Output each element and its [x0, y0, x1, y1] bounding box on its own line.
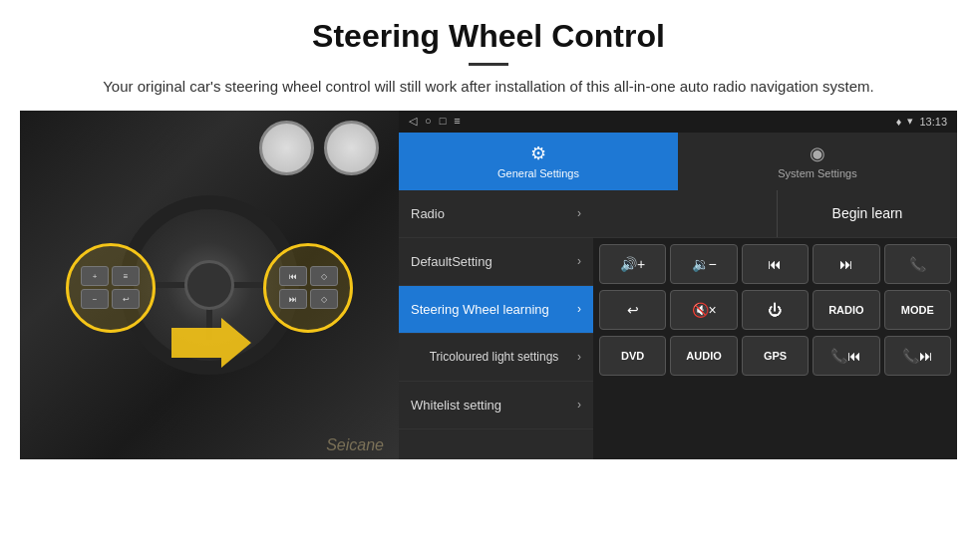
- phone-icon: 📞: [909, 256, 926, 272]
- tel-prev-icon: 📞⏮: [830, 348, 861, 364]
- page-title: Steering Wheel Control: [60, 18, 917, 55]
- mode-button[interactable]: MODE: [884, 290, 951, 330]
- clock: 13:13: [919, 116, 947, 128]
- status-bar-right: ♦ ▾ 13:13: [896, 115, 947, 128]
- radio-button[interactable]: RADIO: [813, 290, 879, 330]
- mini-btn-3: −: [81, 289, 109, 309]
- mute-icon: 🔇×: [692, 302, 717, 318]
- mini-btn-5: ⏮: [279, 266, 307, 286]
- main-content: + ≡ − ↩ ⏮ ◇ ⏭ ◇: [0, 111, 977, 459]
- prev-track-icon: ⏮: [768, 256, 782, 272]
- tab-system-label: System Settings: [778, 167, 856, 179]
- next-track-icon: ⏭: [839, 256, 853, 272]
- mini-btn-2: ≡: [112, 266, 140, 286]
- menu-item-radio[interactable]: Radio ›: [399, 190, 593, 238]
- mini-btn-7: ⏭: [279, 289, 307, 309]
- right-btn-grid: ⏮ ◇ ⏭ ◇: [279, 266, 338, 309]
- mini-btn-8: ◇: [310, 289, 338, 309]
- arrow-indicator: [171, 318, 251, 372]
- title-divider: [469, 63, 508, 66]
- status-bar: ◁ ○ □ ≡ ♦ ▾ 13:13: [399, 111, 957, 133]
- sw-center: [184, 260, 234, 310]
- menu-whitelist-label: Whitelist setting: [411, 398, 577, 413]
- right-panel: Begin learn 🔊+ 🔉− ⏮ ⏭: [593, 190, 957, 459]
- location-icon: ♦: [896, 116, 902, 128]
- dvd-label: DVD: [621, 350, 644, 362]
- mute-button[interactable]: 🔇×: [670, 290, 737, 330]
- prev-track-button[interactable]: ⏮: [742, 244, 809, 284]
- begin-learn-button[interactable]: Begin learn: [778, 190, 957, 237]
- menu-icon: ≡: [454, 115, 460, 128]
- signal-icon: ▾: [907, 115, 913, 128]
- dvd-button[interactable]: DVD: [599, 336, 666, 376]
- left-btn-grid: + ≡ − ↩: [81, 266, 140, 309]
- menu-tricoloured-label: Tricoloured light settings: [411, 350, 577, 364]
- gauge-left: [259, 121, 314, 175]
- back-icon: ◁: [409, 115, 417, 128]
- tel-prev-button[interactable]: 📞⏮: [813, 336, 879, 376]
- chevron-icon-tricoloured: ›: [577, 350, 581, 364]
- menu-item-default[interactable]: DefaultSetting ›: [399, 238, 593, 286]
- arrow-svg: [171, 318, 251, 368]
- next-track-button[interactable]: ⏭: [813, 244, 879, 284]
- menu-item-whitelist[interactable]: Whitelist setting ›: [399, 382, 593, 429]
- control-buttons-row2: ↩ 🔇× ⏻ RADIO MODE: [593, 290, 957, 336]
- watermark: Seicane: [326, 436, 384, 454]
- menu-steering-label: Steering Wheel learning: [411, 302, 577, 317]
- circle-left-highlight: + ≡ − ↩: [66, 243, 156, 333]
- mini-btn-6: ◇: [310, 266, 338, 286]
- empty-input-field: [593, 190, 778, 237]
- power-icon: ⏻: [768, 302, 782, 318]
- tel-next-icon: 📞⏭: [902, 348, 933, 364]
- content-area: Radio › DefaultSetting › Steering Wheel …: [399, 190, 957, 459]
- recents-icon: □: [440, 115, 447, 128]
- control-buttons-row1: 🔊+ 🔉− ⏮ ⏭ 📞: [593, 238, 957, 290]
- android-ui: ◁ ○ □ ≡ ♦ ▾ 13:13 ⚙ General Settings ◉ S…: [399, 111, 957, 459]
- hang-up-icon: ↩: [627, 302, 639, 318]
- control-buttons-row3: DVD AUDIO GPS 📞⏮ 📞⏭: [593, 336, 957, 382]
- tab-bar: ⚙ General Settings ◉ System Settings: [399, 133, 957, 190]
- chevron-icon-default: ›: [577, 254, 581, 268]
- chevron-icon-radio: ›: [577, 206, 581, 220]
- vol-up-icon: 🔊+: [620, 256, 645, 272]
- menu-item-tricoloured[interactable]: Tricoloured light settings ›: [399, 334, 593, 382]
- home-icon: ○: [425, 115, 432, 128]
- gps-button[interactable]: GPS: [742, 336, 809, 376]
- system-settings-icon: ◉: [810, 142, 825, 164]
- audio-button[interactable]: AUDIO: [670, 336, 737, 376]
- phone-button[interactable]: 📞: [884, 244, 951, 284]
- gps-label: GPS: [764, 350, 787, 362]
- power-button[interactable]: ⏻: [742, 290, 809, 330]
- general-settings-icon: ⚙: [530, 142, 546, 164]
- status-bar-left: ◁ ○ □ ≡: [409, 115, 461, 128]
- hang-up-button[interactable]: ↩: [599, 290, 666, 330]
- circle-right-highlight: ⏮ ◇ ⏭ ◇: [263, 243, 353, 333]
- car-background: + ≡ − ↩ ⏮ ◇ ⏭ ◇: [20, 111, 399, 459]
- tab-general[interactable]: ⚙ General Settings: [399, 133, 678, 190]
- menu-item-steering[interactable]: Steering Wheel learning ›: [399, 286, 593, 334]
- vol-up-button[interactable]: 🔊+: [599, 244, 666, 284]
- gauges: [259, 121, 379, 175]
- page-header: Steering Wheel Control Your original car…: [0, 0, 977, 111]
- tab-general-label: General Settings: [497, 167, 579, 179]
- chevron-icon-whitelist: ›: [577, 398, 581, 412]
- audio-label: AUDIO: [686, 350, 721, 362]
- menu-default-label: DefaultSetting: [411, 254, 577, 269]
- radio-btn-label: RADIO: [828, 304, 863, 316]
- mini-btn-4: ↩: [112, 289, 140, 309]
- begin-learn-row: Begin learn: [593, 190, 957, 238]
- car-image: + ≡ − ↩ ⏮ ◇ ⏭ ◇: [20, 111, 399, 459]
- chevron-icon-steering: ›: [577, 302, 581, 316]
- menu-radio-label: Radio: [411, 206, 577, 221]
- tel-next-button[interactable]: 📞⏭: [884, 336, 951, 376]
- mode-btn-label: MODE: [901, 304, 934, 316]
- left-menu: Radio › DefaultSetting › Steering Wheel …: [399, 190, 593, 459]
- vol-down-icon: 🔉−: [692, 256, 717, 272]
- svg-marker-0: [171, 318, 251, 368]
- gauge-right: [324, 121, 379, 175]
- vol-down-button[interactable]: 🔉−: [670, 244, 737, 284]
- page-subtitle: Your original car's steering wheel contr…: [60, 76, 917, 99]
- mini-btn-1: +: [81, 266, 109, 286]
- tab-system[interactable]: ◉ System Settings: [678, 133, 957, 190]
